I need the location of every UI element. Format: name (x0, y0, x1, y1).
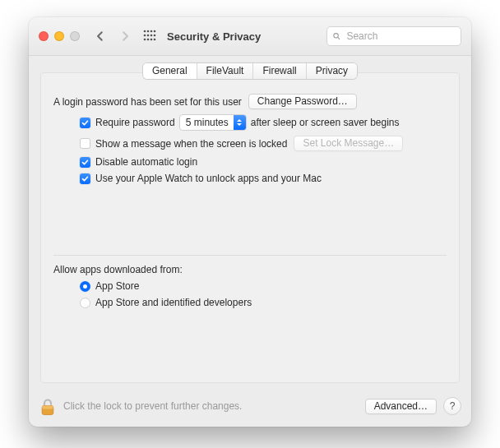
apple-watch-checkbox[interactable] (80, 173, 90, 184)
apple-watch-row: Use your Apple Watch to unlock apps and … (53, 173, 447, 184)
window-title: Security & Privacy (167, 30, 261, 43)
chevron-left-icon (95, 30, 106, 42)
traffic-lights (39, 31, 80, 41)
divider (53, 255, 447, 256)
radio-identified-devs-label: App Store and identified developers (95, 297, 252, 308)
login-password-intro: A login password has been set for this u… (53, 96, 242, 108)
show-all-prefs-button[interactable] (141, 27, 159, 45)
tab-firewall[interactable]: Firewall (252, 63, 305, 79)
preferences-window: Security & Privacy General FileVault Fir… (29, 17, 471, 427)
require-password-row: Require password 5 minutes after sleep o… (53, 114, 447, 131)
svg-point-10 (150, 39, 153, 41)
search-field[interactable] (326, 26, 461, 46)
svg-point-6 (150, 35, 153, 37)
allow-apps-option-identified: App Store and identified developers (53, 297, 447, 308)
stepper-icon (234, 115, 246, 130)
require-password-label-before: Require password (95, 117, 175, 128)
radio-appstore[interactable] (80, 281, 90, 292)
disable-auto-login-row: Disable automatic login (53, 156, 447, 168)
preferences-panel: General FileVault Firewall Privacy A log… (40, 72, 460, 383)
checkmark-icon (81, 175, 89, 182)
svg-point-7 (154, 35, 156, 37)
lock-message-row: Show a message when the screen is locked… (53, 136, 447, 151)
require-password-delay-value: 5 minutes (180, 117, 234, 128)
allow-apps-option-appstore: App Store (53, 280, 447, 292)
require-password-delay-popup[interactable]: 5 minutes (179, 114, 247, 131)
help-button[interactable]: ? (443, 397, 461, 415)
forward-button[interactable] (116, 26, 134, 46)
lock-button[interactable] (39, 395, 57, 417)
set-lock-message-button[interactable]: Set Lock Message… (294, 136, 403, 151)
checkmark-icon (81, 119, 89, 127)
back-button[interactable] (91, 26, 109, 46)
tab-general[interactable]: General (143, 63, 197, 79)
tab-filevault[interactable]: FileVault (197, 63, 253, 79)
tab-bar: General FileVault Firewall Privacy (143, 63, 357, 79)
svg-point-2 (150, 30, 153, 33)
svg-point-8 (144, 39, 146, 41)
require-password-label-after: after sleep or screen saver begins (251, 117, 400, 128)
lock-hint-text: Click the lock to prevent further change… (63, 400, 242, 412)
svg-point-0 (144, 30, 146, 33)
lock-message-label: Show a message when the screen is locked (95, 138, 287, 150)
radio-identified-devs[interactable] (80, 298, 90, 308)
search-icon (332, 31, 340, 41)
lock-message-checkbox[interactable] (80, 138, 90, 149)
change-password-button[interactable]: Change Password… (248, 94, 357, 109)
svg-rect-15 (42, 406, 53, 409)
close-window-button[interactable] (39, 31, 49, 41)
svg-point-5 (147, 35, 150, 37)
window-toolbar: Security & Privacy (29, 17, 471, 56)
apps-grid-icon (143, 30, 156, 43)
login-password-row: A login password has been set for this u… (53, 94, 447, 109)
disable-auto-login-checkbox[interactable] (80, 157, 90, 168)
minimize-window-button[interactable] (54, 31, 64, 41)
svg-point-4 (144, 35, 146, 37)
disable-auto-login-label: Disable automatic login (95, 156, 197, 168)
search-input[interactable] (345, 30, 456, 43)
svg-point-3 (154, 30, 156, 33)
preferences-body: General FileVault Firewall Privacy A log… (29, 56, 471, 427)
checkmark-icon (81, 159, 89, 166)
radio-appstore-label: App Store (95, 280, 139, 292)
tab-privacy[interactable]: Privacy (306, 63, 357, 79)
allow-apps-heading-row: Allow apps downloaded from: (53, 264, 447, 275)
lock-icon (39, 397, 56, 417)
svg-point-11 (154, 39, 156, 41)
advanced-button[interactable]: Advanced… (365, 399, 437, 414)
allow-apps-heading: Allow apps downloaded from: (53, 264, 183, 275)
zoom-window-button[interactable] (70, 31, 80, 41)
svg-line-13 (338, 37, 340, 39)
svg-point-9 (147, 39, 150, 41)
svg-point-1 (147, 30, 150, 33)
apple-watch-label: Use your Apple Watch to unlock apps and … (95, 173, 322, 184)
chevron-right-icon (119, 30, 131, 42)
preferences-footer: Click the lock to prevent further change… (39, 391, 461, 421)
require-password-checkbox[interactable] (80, 118, 90, 128)
